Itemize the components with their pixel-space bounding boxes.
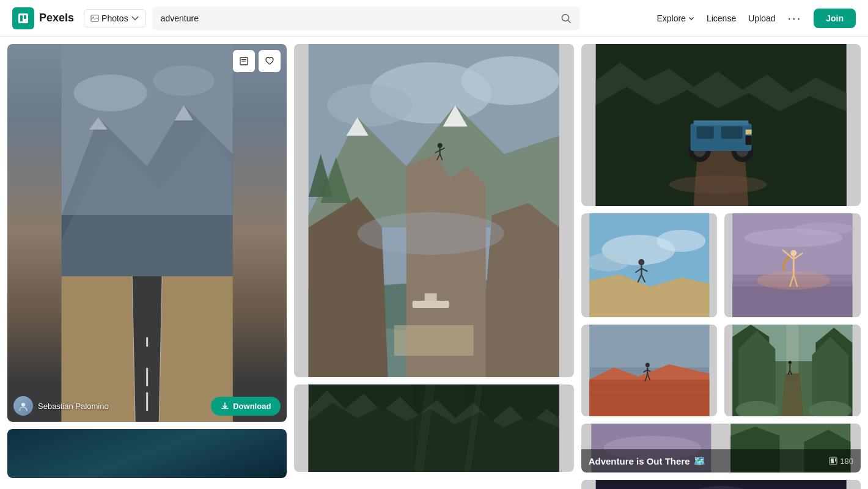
sub-row-mid (581, 213, 861, 317)
collection-count: 180 (829, 457, 853, 466)
svg-rect-26 (241, 61, 246, 62)
logo[interactable]: Pexels (12, 7, 74, 29)
card-footer-road: Sebastian Palomino Download (13, 396, 281, 416)
card-overlay-sky (581, 213, 718, 317)
svg-point-5 (562, 14, 568, 21)
collection-title: Adventure is Out There 🗺️ (589, 455, 705, 466)
license-link[interactable]: License (707, 13, 736, 23)
photo-card-forest-path[interactable] (724, 325, 861, 416)
download-icon (221, 402, 229, 410)
svg-rect-2 (24, 15, 26, 19)
more-options[interactable]: ··· (788, 11, 802, 25)
explore-chevron-icon (688, 15, 694, 21)
bookmark-icon (239, 56, 249, 66)
map-emoji: 🗺️ (694, 455, 705, 466)
photographer-name: Sebastian Palomino (38, 402, 109, 411)
photo-card-dark-teal[interactable] (7, 429, 287, 478)
card-overlay-beach (724, 213, 861, 317)
search-button[interactable] (561, 13, 572, 24)
card-actions-road (233, 50, 281, 72)
main-content: Sebastian Palomino Download (0, 37, 868, 489)
avatar (13, 396, 33, 416)
photo-card-cave[interactable] (581, 480, 861, 489)
photo-card-sky-person[interactable] (581, 213, 718, 317)
svg-rect-1 (20, 15, 23, 21)
logo-text: Pexels (39, 12, 74, 24)
card-overlay-fjord (294, 44, 573, 377)
photo-grid: Sebastian Palomino Download (7, 44, 861, 489)
search-input[interactable] (161, 13, 561, 23)
svg-point-27 (21, 403, 25, 406)
card-overlay-teal (7, 429, 287, 478)
heart-icon (265, 56, 274, 66)
upload-link[interactable]: Upload (748, 13, 775, 23)
photos-label: Photos (101, 13, 128, 23)
search-bar (152, 6, 580, 31)
header: Pexels Photos Explore License (0, 0, 868, 37)
photo-card-beach-woman[interactable] (724, 213, 861, 317)
chevron-down-icon (131, 14, 139, 23)
logo-icon (12, 7, 34, 29)
card-overlay-jeep (581, 44, 861, 206)
photo-card-collection[interactable]: Adventure is Out There 🗺️ 180 (581, 424, 861, 472)
svg-rect-0 (18, 13, 28, 23)
svg-line-6 (568, 20, 570, 23)
photo-card-jeep[interactable] (581, 44, 861, 206)
col-1: Sebastian Palomino Download (7, 44, 287, 478)
join-button[interactable]: Join (814, 9, 856, 28)
photo-card-fjord[interactable] (294, 44, 573, 377)
photo-card-road[interactable]: Sebastian Palomino Download (7, 44, 287, 422)
collection-overlay: Adventure is Out There 🗺️ 180 (581, 449, 861, 472)
sub-row-bottom (581, 325, 861, 416)
download-button[interactable]: Download (211, 397, 281, 416)
collection-icon (829, 457, 837, 465)
col-3: Adventure is Out There 🗺️ 180 (581, 44, 861, 489)
svg-rect-129 (835, 458, 836, 461)
card-overlay-forest (294, 384, 573, 472)
photo-card-forest-dark[interactable] (294, 384, 573, 472)
photographer-info: Sebastian Palomino (13, 396, 109, 416)
svg-rect-128 (831, 458, 834, 463)
bookmark-button[interactable] (233, 50, 255, 72)
card-overlay-desert (581, 325, 718, 416)
card-overlay-forestpath (724, 325, 861, 416)
svg-rect-25 (241, 59, 246, 60)
photos-dropdown[interactable]: Photos (84, 9, 146, 28)
card-overlay-cave (581, 480, 861, 489)
explore-link[interactable]: Explore (657, 13, 694, 23)
image-icon (90, 14, 99, 23)
nav-right: Explore License Upload ··· Join (657, 9, 856, 28)
like-button[interactable] (259, 50, 281, 72)
col-2 (294, 44, 573, 472)
card-overlay-road (7, 44, 287, 422)
photo-card-red-desert[interactable] (581, 325, 718, 416)
